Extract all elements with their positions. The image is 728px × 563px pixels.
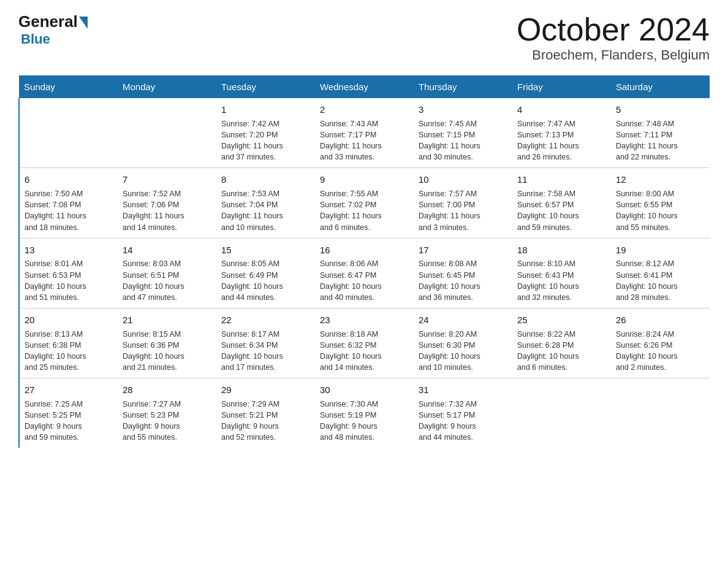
day-number: 26 bbox=[616, 313, 705, 327]
day-number: 23 bbox=[320, 313, 409, 327]
day-info: Sunrise: 7:29 AM Sunset: 5:21 PM Dayligh… bbox=[221, 399, 310, 443]
calendar-week-row: 13Sunrise: 8:01 AM Sunset: 6:53 PM Dayli… bbox=[19, 238, 710, 308]
calendar-cell: 6Sunrise: 7:50 AM Sunset: 7:08 PM Daylig… bbox=[19, 168, 118, 238]
calendar-cell: 22Sunrise: 8:17 AM Sunset: 6:34 PM Dayli… bbox=[216, 308, 315, 378]
calendar-week-row: 1Sunrise: 7:42 AM Sunset: 7:20 PM Daylig… bbox=[19, 98, 710, 168]
day-info: Sunrise: 7:43 AM Sunset: 7:17 PM Dayligh… bbox=[320, 118, 409, 163]
day-info: Sunrise: 8:12 AM Sunset: 6:41 PM Dayligh… bbox=[616, 258, 705, 303]
calendar-cell: 23Sunrise: 8:18 AM Sunset: 6:32 PM Dayli… bbox=[315, 308, 414, 378]
day-info: Sunrise: 7:55 AM Sunset: 7:02 PM Dayligh… bbox=[320, 188, 409, 233]
calendar-header-row: SundayMondayTuesdayWednesdayThursdayFrid… bbox=[19, 75, 710, 98]
day-header-wednesday: Wednesday bbox=[315, 75, 414, 98]
day-number: 12 bbox=[616, 173, 705, 186]
calendar-week-row: 20Sunrise: 8:13 AM Sunset: 6:38 PM Dayli… bbox=[19, 308, 710, 378]
day-info: Sunrise: 7:47 AM Sunset: 7:13 PM Dayligh… bbox=[517, 118, 606, 163]
day-number: 30 bbox=[320, 383, 409, 397]
calendar-cell: 25Sunrise: 8:22 AM Sunset: 6:28 PM Dayli… bbox=[512, 308, 611, 378]
day-number: 6 bbox=[25, 173, 113, 186]
day-info: Sunrise: 7:58 AM Sunset: 6:57 PM Dayligh… bbox=[517, 188, 606, 233]
calendar-cell: 16Sunrise: 8:06 AM Sunset: 6:47 PM Dayli… bbox=[315, 238, 414, 308]
calendar-cell bbox=[611, 378, 710, 448]
calendar-cell: 4Sunrise: 7:47 AM Sunset: 7:13 PM Daylig… bbox=[512, 98, 611, 168]
day-number: 22 bbox=[221, 313, 310, 327]
day-number: 29 bbox=[221, 383, 310, 397]
calendar-week-row: 6Sunrise: 7:50 AM Sunset: 7:08 PM Daylig… bbox=[19, 168, 710, 238]
calendar-cell: 18Sunrise: 8:10 AM Sunset: 6:43 PM Dayli… bbox=[512, 238, 611, 308]
logo: General Blue bbox=[18, 12, 88, 47]
day-header-monday: Monday bbox=[118, 75, 216, 98]
day-number: 15 bbox=[221, 243, 310, 257]
calendar-cell: 24Sunrise: 8:20 AM Sunset: 6:30 PM Dayli… bbox=[414, 308, 512, 378]
calendar-cell: 8Sunrise: 7:53 AM Sunset: 7:04 PM Daylig… bbox=[216, 168, 315, 238]
day-info: Sunrise: 8:24 AM Sunset: 6:26 PM Dayligh… bbox=[616, 329, 705, 373]
calendar-cell: 3Sunrise: 7:45 AM Sunset: 7:15 PM Daylig… bbox=[414, 98, 512, 168]
logo-text: General bbox=[18, 12, 88, 31]
day-number: 4 bbox=[517, 103, 606, 117]
day-info: Sunrise: 7:25 AM Sunset: 5:25 PM Dayligh… bbox=[25, 399, 113, 443]
day-number: 13 bbox=[25, 243, 113, 257]
day-header-sunday: Sunday bbox=[19, 75, 118, 98]
calendar-title: October 2024 bbox=[517, 12, 710, 47]
day-info: Sunrise: 8:08 AM Sunset: 6:45 PM Dayligh… bbox=[419, 258, 507, 303]
calendar-cell: 26Sunrise: 8:24 AM Sunset: 6:26 PM Dayli… bbox=[611, 308, 710, 378]
day-number: 1 bbox=[221, 103, 310, 117]
day-number: 7 bbox=[123, 173, 211, 186]
day-info: Sunrise: 8:10 AM Sunset: 6:43 PM Dayligh… bbox=[517, 258, 606, 303]
day-info: Sunrise: 7:45 AM Sunset: 7:15 PM Dayligh… bbox=[419, 118, 507, 163]
page-header: General Blue October 2024 Broechem, Flan… bbox=[18, 12, 710, 63]
day-header-thursday: Thursday bbox=[414, 75, 512, 98]
day-number: 28 bbox=[123, 383, 211, 397]
day-info: Sunrise: 7:42 AM Sunset: 7:20 PM Dayligh… bbox=[221, 118, 310, 163]
day-info: Sunrise: 7:30 AM Sunset: 5:19 PM Dayligh… bbox=[320, 399, 409, 443]
day-number: 16 bbox=[320, 243, 409, 257]
day-number: 9 bbox=[320, 173, 409, 186]
calendar-cell: 27Sunrise: 7:25 AM Sunset: 5:25 PM Dayli… bbox=[19, 378, 118, 448]
day-number: 27 bbox=[25, 383, 113, 397]
calendar-cell: 19Sunrise: 8:12 AM Sunset: 6:41 PM Dayli… bbox=[611, 238, 710, 308]
day-header-tuesday: Tuesday bbox=[216, 75, 315, 98]
calendar-cell: 9Sunrise: 7:55 AM Sunset: 7:02 PM Daylig… bbox=[315, 168, 414, 238]
calendar-subtitle: Broechem, Flanders, Belgium bbox=[517, 47, 710, 63]
calendar-cell bbox=[512, 378, 611, 448]
day-info: Sunrise: 7:48 AM Sunset: 7:11 PM Dayligh… bbox=[616, 118, 705, 163]
day-info: Sunrise: 8:06 AM Sunset: 6:47 PM Dayligh… bbox=[320, 258, 409, 303]
day-number: 14 bbox=[123, 243, 211, 257]
calendar-cell: 7Sunrise: 7:52 AM Sunset: 7:06 PM Daylig… bbox=[118, 168, 216, 238]
calendar-cell: 14Sunrise: 8:03 AM Sunset: 6:51 PM Dayli… bbox=[118, 238, 216, 308]
calendar-cell: 28Sunrise: 7:27 AM Sunset: 5:23 PM Dayli… bbox=[118, 378, 216, 448]
day-info: Sunrise: 8:00 AM Sunset: 6:55 PM Dayligh… bbox=[616, 188, 705, 233]
day-info: Sunrise: 8:18 AM Sunset: 6:32 PM Dayligh… bbox=[320, 329, 409, 373]
day-info: Sunrise: 7:57 AM Sunset: 7:00 PM Dayligh… bbox=[419, 188, 507, 233]
day-number: 11 bbox=[517, 173, 606, 186]
day-info: Sunrise: 7:52 AM Sunset: 7:06 PM Dayligh… bbox=[123, 188, 211, 233]
calendar-table: SundayMondayTuesdayWednesdayThursdayFrid… bbox=[18, 75, 710, 448]
day-info: Sunrise: 7:27 AM Sunset: 5:23 PM Dayligh… bbox=[123, 399, 211, 443]
calendar-cell: 13Sunrise: 8:01 AM Sunset: 6:53 PM Dayli… bbox=[19, 238, 118, 308]
calendar-cell: 12Sunrise: 8:00 AM Sunset: 6:55 PM Dayli… bbox=[611, 168, 710, 238]
calendar-cell: 31Sunrise: 7:32 AM Sunset: 5:17 PM Dayli… bbox=[414, 378, 512, 448]
day-number: 31 bbox=[419, 383, 507, 397]
day-info: Sunrise: 8:05 AM Sunset: 6:49 PM Dayligh… bbox=[221, 258, 310, 303]
calendar-cell: 30Sunrise: 7:30 AM Sunset: 5:19 PM Dayli… bbox=[315, 378, 414, 448]
day-info: Sunrise: 8:13 AM Sunset: 6:38 PM Dayligh… bbox=[25, 329, 113, 373]
day-number: 8 bbox=[221, 173, 310, 186]
logo-general-text: General bbox=[18, 12, 78, 31]
day-number: 10 bbox=[419, 173, 507, 186]
calendar-cell: 5Sunrise: 7:48 AM Sunset: 7:11 PM Daylig… bbox=[611, 98, 710, 168]
calendar-cell: 29Sunrise: 7:29 AM Sunset: 5:21 PM Dayli… bbox=[216, 378, 315, 448]
day-number: 24 bbox=[419, 313, 507, 327]
day-info: Sunrise: 8:17 AM Sunset: 6:34 PM Dayligh… bbox=[221, 329, 310, 373]
calendar-cell: 10Sunrise: 7:57 AM Sunset: 7:00 PM Dayli… bbox=[414, 168, 512, 238]
day-header-friday: Friday bbox=[512, 75, 611, 98]
day-info: Sunrise: 8:01 AM Sunset: 6:53 PM Dayligh… bbox=[25, 258, 113, 303]
logo-blue-text: Blue bbox=[21, 31, 50, 47]
day-info: Sunrise: 7:32 AM Sunset: 5:17 PM Dayligh… bbox=[419, 399, 507, 443]
day-number: 20 bbox=[25, 313, 113, 327]
day-info: Sunrise: 8:03 AM Sunset: 6:51 PM Dayligh… bbox=[123, 258, 211, 303]
calendar-cell: 11Sunrise: 7:58 AM Sunset: 6:57 PM Dayli… bbox=[512, 168, 611, 238]
title-block: October 2024 Broechem, Flanders, Belgium bbox=[517, 12, 710, 63]
calendar-cell bbox=[118, 98, 216, 168]
day-number: 18 bbox=[517, 243, 606, 257]
day-header-saturday: Saturday bbox=[611, 75, 710, 98]
day-info: Sunrise: 8:22 AM Sunset: 6:28 PM Dayligh… bbox=[517, 329, 606, 373]
